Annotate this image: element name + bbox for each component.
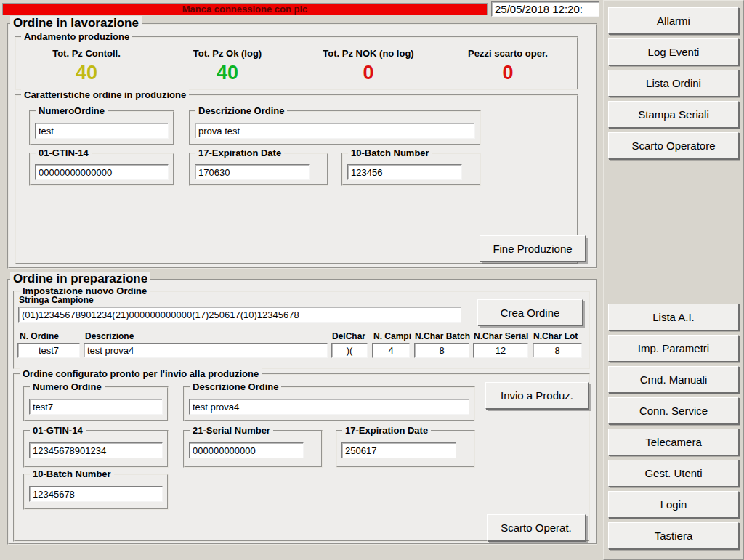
descrizione-input[interactable] [84,343,328,358]
delchar-input[interactable] [331,343,368,358]
batch-prep-input[interactable] [29,486,163,502]
n-campi-label: N. Campi [373,331,411,341]
nchar-batch-label: N.Char Batch [415,331,470,341]
batch-number-input[interactable] [347,164,462,180]
nchar-serial-input[interactable] [473,343,528,358]
gtin-input[interactable] [35,164,169,180]
counter-label: Tot. Pz NOK (no log) [323,48,413,59]
invio-a-produzione-button[interactable]: Invio a Produz. [485,382,589,409]
sidebar-button-lista-ai[interactable]: Lista A.I. [608,304,739,330]
descrizione-ordine-input[interactable] [195,123,475,139]
panel-ordine-in-lavorazione: Ordine in lavorazione Andamento produzio… [7,23,597,269]
group-batch-prep: 10-Batch Number [23,474,169,510]
field-label: 01-GTIN-14 [36,147,92,158]
group-expiration-prep: 17-Expiration Date [336,430,475,468]
field-label: 10-Batch Number [30,468,114,479]
expiration-prep-input[interactable] [341,442,456,458]
field-label: 17-Expiration Date [342,425,431,436]
numero-ordine-input[interactable] [35,123,169,139]
scarto-operatore-prep-button[interactable]: Scarto Operat. [487,514,586,541]
group-serial-number-prep: 21-Serial Number [183,430,323,468]
group-expiration-date: 17-Expiration Date [189,153,328,186]
group-gtin-prep: 01-GTIN-14 [23,430,169,468]
field-label: 17-Expiration Date [195,147,284,158]
expiration-date-input[interactable] [195,164,310,180]
sidebar-button-imp-parametri[interactable]: Imp. Parametri [608,335,739,362]
gtin-prep-input[interactable] [29,442,163,458]
group-title: Ordine configurato pronto per l'invio al… [20,368,262,379]
counter-value: 40 [217,63,238,82]
sidebar: Allarmi Log Eventi Lista Ordini Stampa S… [603,0,744,560]
nchar-batch-input[interactable] [414,343,469,358]
field-label: 21-Serial Number [190,425,273,436]
sidebar-button-conn-service[interactable]: Conn. Service [608,397,739,424]
sidebar-button-gest-utenti[interactable]: Gest. Utenti [608,460,739,487]
counter-value: 0 [363,63,373,82]
datetime-display [491,1,599,17]
field-label: 01-GTIN-14 [30,425,86,436]
group-numero-ordine: NumeroOrdine [29,110,174,145]
sidebar-button-login[interactable]: Login [608,491,739,518]
sidebar-button-stampa-seriali[interactable]: Stampa Seriali [608,101,739,128]
sidebar-button-allarmi[interactable]: Allarmi [608,7,739,34]
sidebar-button-log-eventi[interactable]: Log Eventi [608,38,739,65]
counter-label: Tot. Pz Contoll. [52,48,121,59]
sidebar-button-lista-ordini[interactable]: Lista Ordini [608,70,739,97]
counter-tot-pz-controll: Tot. Pz Contoll. 40 [16,38,157,89]
group-caratteristiche-ordine: Caratteristiche ordine in produzione Num… [15,94,578,264]
group-impostazione-nuovo-ordine: Impostazione nuovo Ordine Stringa Campio… [13,291,590,369]
plc-alarm-banner: Manca connessione con plc [2,3,488,15]
counter-tot-pz-ok: Tot. Pz Ok (log) 40 [157,38,298,89]
stringa-campione-input[interactable] [18,307,461,323]
counter-tot-pz-nok: Tot. Pz NOK (no log) 0 [298,38,439,89]
panel-ordine-in-preparazione: Ordine in preparazione Impostazione nuov… [7,279,597,545]
counter-label: Pezzi scarto oper. [468,48,548,59]
panel-title: Ordine in lavorazione [10,16,142,31]
field-label: Descrizione Ordine [195,105,287,116]
group-title: Caratteristiche ordine in produzione [21,89,189,100]
sidebar-button-tastiera[interactable]: Tastiera [608,522,739,549]
counter-label: Tot. Pz Ok (log) [193,48,262,59]
field-label: Descrizione Ordine [190,381,281,392]
nchar-lot-label: N.Char Lot [533,331,578,341]
group-batch-number: 10-Batch Number [341,153,481,186]
sidebar-button-telecamera[interactable]: Telecamera [608,429,739,455]
counter-value: 40 [76,63,97,82]
app-window: Manca connessione con plc Ordine in lavo… [0,0,744,560]
nchar-serial-label: N.Char Serial [474,331,528,341]
delchar-label: DelChar [332,331,365,341]
group-ordine-configurato: Ordine configurato pronto per l'invio al… [13,373,590,542]
fine-produzione-button[interactable]: Fine Produzione [480,235,586,261]
panel-title: Ordine in preparazione [10,272,150,286]
nchar-lot-input[interactable] [533,343,582,358]
field-label: Numero Ordine [30,381,105,392]
group-andamento-produzione: Andamento produzione Tot. Pz Contoll. 40… [15,36,578,90]
serial-number-prep-input[interactable] [189,442,304,458]
counter-value: 0 [502,63,513,82]
group-descrizione-ordine: Descrizione Ordine [189,110,481,145]
descrizione-ordine-prep-input[interactable] [189,399,469,415]
group-numero-ordine-prep: Numero Ordine [23,386,169,421]
n-ordine-input[interactable] [17,343,80,358]
descrizione-label: Descrizione [85,331,134,341]
field-label: 10-Batch Number [348,147,432,158]
group-descrizione-ordine-prep: Descrizione Ordine [183,386,475,421]
sidebar-button-cmd-manuali[interactable]: Cmd. Manuali [608,366,739,393]
group-gtin: 01-GTIN-14 [29,153,174,186]
crea-ordine-button[interactable]: Crea Ordine [477,299,583,325]
stringa-campione-label: Stringa Campione [19,295,94,305]
n-ordine-label: N. Ordine [20,331,59,341]
counter-pezzi-scarto: Pezzi scarto oper. 0 [439,38,577,89]
n-campi-input[interactable] [372,343,410,358]
field-label: NumeroOrdine [36,105,108,116]
numero-ordine-prep-input[interactable] [29,399,163,415]
sidebar-button-scarto-operatore[interactable]: Scarto Operatore [608,132,739,159]
